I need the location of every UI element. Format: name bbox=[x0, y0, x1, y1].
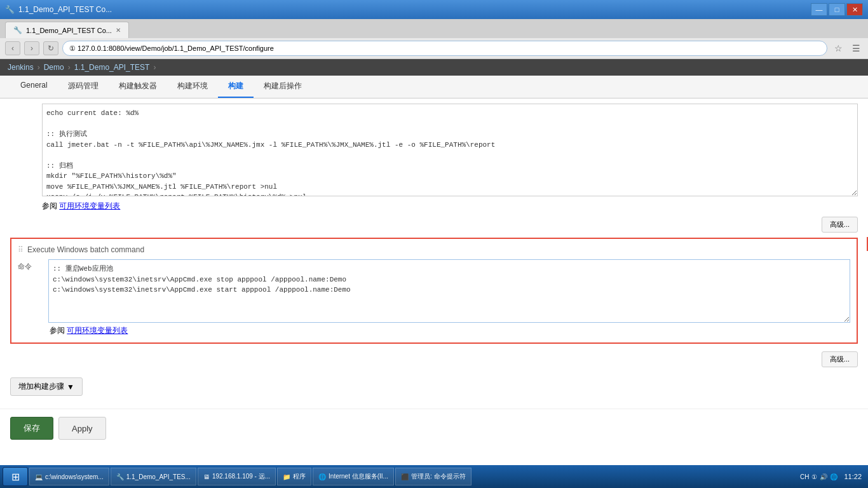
taskbar-vol-icon: 🔊 bbox=[820, 473, 827, 480]
tab-general[interactable]: General bbox=[10, 76, 58, 98]
exec-env-link-row: 参阅 可用环境变量列表 bbox=[50, 325, 850, 336]
taskbar-item-programs[interactable]: 📁 程序 bbox=[277, 468, 311, 485]
jenkins-breadcrumb: Jenkins › Demo › 1.1_Demo_API_TEST › bbox=[0, 59, 868, 76]
title-bar: 🔧 1.1_Demo_API_TEST Co... — □ ✕ bbox=[0, 0, 868, 19]
dots-icon: ⠿ bbox=[18, 245, 24, 254]
tab-build[interactable]: 构建 bbox=[218, 76, 254, 98]
address-bar-row: ‹ › ↻ ☆ ☰ bbox=[0, 38, 868, 58]
first-env-link-row: 参阅 可用环境变量列表 bbox=[42, 201, 858, 212]
close-button[interactable]: ✕ bbox=[846, 3, 863, 16]
windows-logo-icon: ⊞ bbox=[11, 471, 20, 483]
taskbar-cmd-icon: 💻 bbox=[35, 473, 43, 480]
bookmark-icon[interactable]: ☆ bbox=[831, 41, 845, 55]
taskbar-item-cmd[interactable]: 💻 c:\windows\system... bbox=[29, 468, 109, 485]
taskbar-programs-label: 程序 bbox=[293, 472, 306, 481]
breadcrumb-jenkins[interactable]: Jenkins bbox=[8, 63, 34, 72]
tab-post[interactable]: 构建后操作 bbox=[254, 76, 312, 98]
first-command-block: echo current date: %d% :: 执行测试 call jmet… bbox=[10, 104, 858, 233]
taskbar: ⊞ 💻 c:\windows\system... 🔧 1.1_Demo_API_… bbox=[0, 465, 868, 488]
taskbar-remote-icon: 🖥 bbox=[203, 473, 210, 480]
first-env-link-prefix: 参阅 bbox=[42, 201, 57, 210]
first-command-textarea[interactable]: echo current date: %d% :: 执行测试 call jmet… bbox=[42, 104, 858, 196]
taskbar-item-remote[interactable]: 🖥 192.168.1.109 - 远... bbox=[198, 468, 276, 485]
taskbar-ch-icon: CH bbox=[800, 473, 809, 480]
apply-button[interactable]: Apply bbox=[58, 417, 106, 440]
config-tabs: General 源码管理 构建触发器 构建环境 构建 构建后操作 bbox=[0, 76, 868, 98]
browser-chrome: 🔧 1.1_Demo_API_TEST Co... ✕ ‹ › ↻ ☆ ☰ bbox=[0, 19, 868, 59]
tab-source[interactable]: 源码管理 bbox=[58, 76, 109, 98]
exec-section-title: ⠿ Execute Windows batch command bbox=[18, 245, 850, 254]
taskbar-item-iis[interactable]: 🌐 Internet 信息服务(II... bbox=[313, 468, 394, 485]
first-advanced-button[interactable]: 高级... bbox=[822, 217, 858, 233]
breadcrumb-sep-2: › bbox=[68, 63, 71, 72]
breadcrumb-sep-1: › bbox=[37, 63, 40, 72]
breadcrumb-demo[interactable]: Demo bbox=[44, 63, 64, 72]
reload-button[interactable]: ↻ bbox=[43, 41, 58, 55]
taskbar-jenkins-icon: 🔧 bbox=[116, 473, 124, 480]
tab-bar: 🔧 1.1_Demo_API_TEST Co... ✕ bbox=[0, 19, 868, 38]
taskbar-network-icon: 🌐 bbox=[830, 473, 837, 480]
start-button[interactable]: ⊞ bbox=[3, 467, 28, 486]
title-bar-favicon: 🔧 bbox=[5, 5, 15, 14]
minimize-button[interactable]: — bbox=[811, 3, 827, 16]
exec-windows-batch-section: ⠿ Execute Windows batch command 命令 :: 重启… bbox=[10, 238, 858, 344]
taskbar-clock: 11:22 bbox=[840, 473, 865, 480]
tab-favicon: 🔧 bbox=[13, 26, 22, 34]
taskbar-jenkins-label: 1.1_Demo_API_TES... bbox=[126, 473, 191, 480]
command-row: 命令 :: 重启Web应用池 c:\windows\system32\inets… bbox=[18, 259, 850, 323]
add-build-step-button[interactable]: 增加构建步骤 ▼ bbox=[10, 377, 83, 396]
add-step-arrow: ▼ bbox=[67, 383, 74, 391]
taskbar-item-cmd2[interactable]: ⬛ 管理员: 命令提示符 bbox=[395, 468, 471, 485]
taskbar-cmd2-icon: ⬛ bbox=[401, 473, 409, 480]
taskbar-remote-label: 192.168.1.109 - 远... bbox=[212, 472, 270, 481]
second-advanced-button[interactable]: 高级... bbox=[822, 351, 858, 367]
settings-icon[interactable]: ☰ bbox=[849, 41, 863, 55]
exec-env-link[interactable]: 可用环境变量列表 bbox=[67, 326, 128, 335]
save-button[interactable]: 保存 bbox=[10, 417, 53, 440]
back-button[interactable]: ‹ bbox=[5, 41, 20, 55]
taskbar-item-jenkins[interactable]: 🔧 1.1_Demo_API_TES... bbox=[111, 468, 196, 485]
taskbar-programs-icon: 📁 bbox=[283, 473, 290, 480]
title-bar-title: 1.1_Demo_API_TEST Co... bbox=[18, 5, 112, 14]
browser-tab[interactable]: 🔧 1.1_Demo_API_TEST Co... ✕ bbox=[5, 22, 129, 38]
first-env-link[interactable]: 可用环境变量列表 bbox=[59, 201, 120, 210]
breadcrumb-sep-3: › bbox=[153, 63, 156, 72]
tab-close-button[interactable]: ✕ bbox=[116, 27, 121, 34]
main-content: echo current date: %d% :: 执行测试 call jmet… bbox=[0, 98, 868, 482]
exec-section-label: Execute Windows batch command bbox=[27, 245, 144, 254]
command-input[interactable]: :: 重启Web应用池 c:\windows\system32\inetsrv\… bbox=[48, 259, 850, 323]
address-bar-input[interactable] bbox=[62, 41, 827, 56]
exec-env-link-prefix: 参阅 bbox=[50, 326, 65, 335]
command-label: 命令 bbox=[18, 259, 43, 271]
taskbar-iis-icon: 🌐 bbox=[318, 473, 326, 480]
add-step-row: 增加构建步骤 ▼ bbox=[10, 372, 858, 401]
add-step-label: 增加构建步骤 bbox=[18, 381, 64, 392]
taskbar-cmd2-label: 管理员: 命令提示符 bbox=[411, 472, 466, 481]
breadcrumb-job[interactable]: 1.1_Demo_API_TEST bbox=[74, 63, 150, 72]
maximize-button[interactable]: □ bbox=[829, 3, 845, 16]
bottom-buttons: 保存 Apply bbox=[0, 409, 868, 447]
tab-title: 1.1_Demo_API_TEST Co... bbox=[26, 27, 112, 34]
title-bar-controls: — □ ✕ bbox=[811, 3, 863, 16]
tab-triggers[interactable]: 构建触发器 bbox=[109, 76, 167, 98]
taskbar-notify-icon: ① bbox=[811, 473, 817, 480]
forward-button[interactable]: › bbox=[24, 41, 39, 55]
tab-env[interactable]: 构建环境 bbox=[167, 76, 218, 98]
taskbar-cmd-label: c:\windows\system... bbox=[45, 473, 104, 480]
taskbar-time: 11:22 bbox=[844, 473, 862, 480]
taskbar-right: CH ① 🔊 🌐 11:22 bbox=[800, 473, 865, 480]
taskbar-iis-label: Internet 信息服务(II... bbox=[329, 472, 388, 481]
